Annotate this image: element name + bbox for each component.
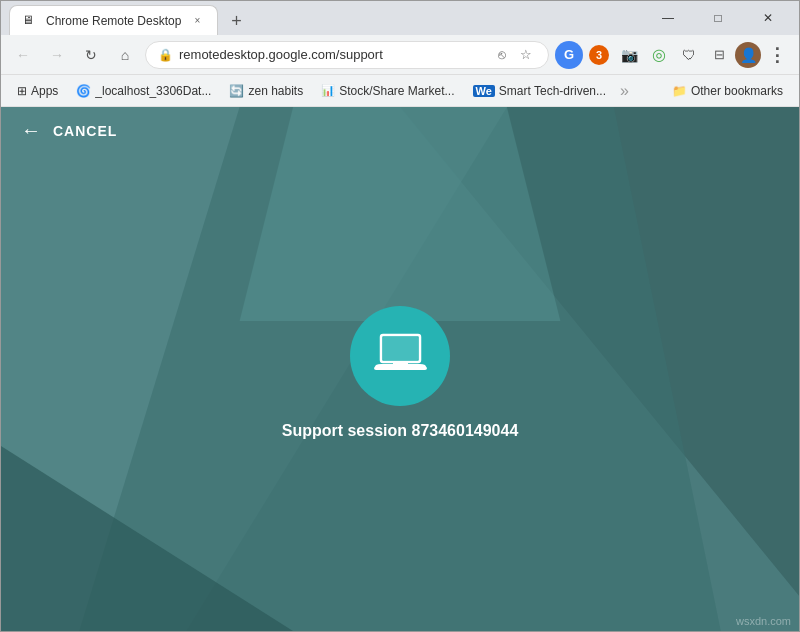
tab-close-button[interactable]: ×	[189, 13, 205, 29]
browser-window: 🖥 Chrome Remote Desktop × + — □ ✕ ← → ↻ …	[0, 0, 800, 632]
refresh-button[interactable]: ↻	[77, 41, 105, 69]
svg-rect-8	[393, 362, 408, 365]
cancel-back-arrow[interactable]: ←	[21, 119, 41, 142]
session-label: Support session 873460149044	[282, 422, 519, 440]
active-tab[interactable]: 🖥 Chrome Remote Desktop ×	[9, 5, 218, 35]
extension-badge: 3	[589, 45, 609, 65]
other-bookmarks[interactable]: 📁 Other bookmarks	[664, 79, 791, 103]
main-area: Support session 873460149044	[1, 154, 799, 631]
laptop-circle-icon	[350, 306, 450, 406]
localhost-icon: 🌀	[76, 84, 91, 98]
titlebar: 🖥 Chrome Remote Desktop × + — □ ✕	[1, 1, 799, 35]
bookmark-apps[interactable]: ⊞ Apps	[9, 79, 66, 103]
bookmark-apps-label: Apps	[31, 84, 58, 98]
address-bar: ← → ↻ ⌂ 🔒 remotedesktop.google.com/suppo…	[1, 35, 799, 75]
cancel-button[interactable]: CANCEL	[53, 123, 117, 139]
extension-icon-1[interactable]: 3	[585, 41, 613, 69]
forward-button[interactable]: →	[43, 41, 71, 69]
share-icon[interactable]: ⎋	[492, 45, 512, 65]
extension-icon-3[interactable]: ⊟	[705, 41, 733, 69]
bookmark-smarttech-label: Smart Tech-driven...	[499, 84, 606, 98]
page-content: ← CANCEL Support session 873460149044	[1, 107, 799, 631]
bookmark-star-icon[interactable]: ☆	[516, 45, 536, 65]
google-icon[interactable]: G	[555, 41, 583, 69]
laptop-svg	[373, 333, 428, 378]
maximize-button[interactable]: □	[695, 4, 741, 32]
toolbar-icons: G 3 📷 ◎ 🛡 ⊟ 👤 ⋮	[555, 41, 791, 69]
svg-rect-7	[383, 337, 418, 360]
close-button[interactable]: ✕	[745, 4, 791, 32]
bookmark-stock[interactable]: 📊 Stock/Share Market...	[313, 79, 462, 103]
bookmarks-bar: ⊞ Apps 🌀 _localhost_3306Dat... 🔄 zen hab…	[1, 75, 799, 107]
bookmark-smarttech[interactable]: We Smart Tech-driven...	[465, 79, 614, 103]
smarttech-icon: We	[473, 85, 495, 97]
bookmarks-separator: »	[616, 82, 633, 100]
minimize-button[interactable]: —	[645, 4, 691, 32]
home-button[interactable]: ⌂	[111, 41, 139, 69]
lock-icon: 🔒	[158, 48, 173, 62]
apps-icon: ⊞	[17, 84, 27, 98]
extension-icon-2[interactable]: ◎	[645, 41, 673, 69]
watermark: wsxdn.com	[736, 615, 791, 627]
camera-icon[interactable]: 📷	[615, 41, 643, 69]
shield-icon[interactable]: 🛡	[675, 41, 703, 69]
window-controls: — □ ✕	[645, 4, 791, 32]
bookmark-zenhabits[interactable]: 🔄 zen habits	[221, 79, 311, 103]
avatar[interactable]: 👤	[735, 42, 761, 68]
bookmark-localhost[interactable]: 🌀 _localhost_3306Dat...	[68, 79, 219, 103]
bookmark-localhost-label: _localhost_3306Dat...	[95, 84, 211, 98]
other-bookmarks-label: Other bookmarks	[691, 84, 783, 98]
folder-icon: 📁	[672, 84, 687, 98]
tab-favicon: 🖥	[22, 13, 38, 29]
stock-icon: 📊	[321, 84, 335, 97]
zenhabits-icon: 🔄	[229, 84, 244, 98]
tab-title: Chrome Remote Desktop	[46, 14, 181, 28]
new-tab-button[interactable]: +	[222, 7, 250, 35]
back-button[interactable]: ←	[9, 41, 37, 69]
bookmark-stock-label: Stock/Share Market...	[339, 84, 454, 98]
url-action-icons: ⎋ ☆	[492, 45, 536, 65]
tab-area: 🖥 Chrome Remote Desktop × +	[9, 1, 645, 35]
cancel-bar: ← CANCEL	[1, 107, 799, 154]
menu-button[interactable]: ⋮	[763, 41, 791, 69]
url-text: remotedesktop.google.com/support	[179, 47, 486, 62]
bookmark-zenhabits-label: zen habits	[248, 84, 303, 98]
url-bar[interactable]: 🔒 remotedesktop.google.com/support ⎋ ☆	[145, 41, 549, 69]
